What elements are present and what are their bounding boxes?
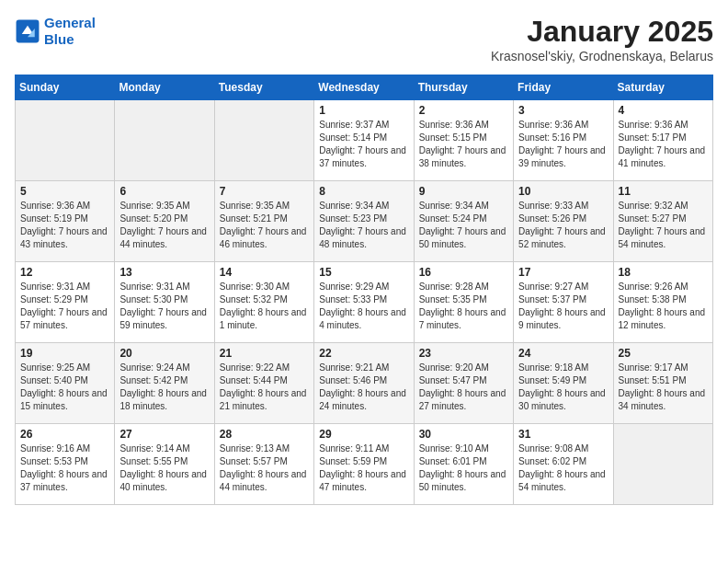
day-number: 24 [518, 347, 608, 360]
day-number: 21 [220, 347, 309, 360]
week-row-2: 5Sunrise: 9:36 AMSunset: 5:19 PMDaylight… [16, 181, 713, 262]
week-row-1: 1Sunrise: 9:37 AMSunset: 5:14 PMDaylight… [16, 100, 713, 181]
calendar-cell: 29Sunrise: 9:11 AMSunset: 5:59 PMDayligh… [314, 424, 414, 505]
calendar-cell: 17Sunrise: 9:27 AMSunset: 5:37 PMDayligh… [514, 262, 613, 343]
day-number: 19 [20, 347, 109, 360]
weekday-saturday: Saturday [613, 75, 712, 100]
calendar-cell: 1Sunrise: 9:37 AMSunset: 5:14 PMDaylight… [314, 100, 414, 181]
calendar-cell: 20Sunrise: 9:24 AMSunset: 5:42 PMDayligh… [115, 343, 214, 424]
location: Krasnosel'skiy, Grodnenskaya, Belarus [491, 49, 713, 63]
calendar-cell: 12Sunrise: 9:31 AMSunset: 5:29 PMDayligh… [16, 262, 115, 343]
day-number: 1 [319, 104, 408, 117]
calendar-cell: 19Sunrise: 9:25 AMSunset: 5:40 PMDayligh… [16, 343, 115, 424]
week-row-3: 12Sunrise: 9:31 AMSunset: 5:29 PMDayligh… [16, 262, 713, 343]
cell-info: Sunrise: 9:31 AMSunset: 5:30 PMDaylight:… [119, 281, 209, 332]
calendar-cell: 16Sunrise: 9:28 AMSunset: 5:35 PMDayligh… [414, 262, 513, 343]
calendar-cell: 28Sunrise: 9:13 AMSunset: 5:57 PMDayligh… [214, 424, 313, 505]
day-number: 3 [518, 104, 608, 117]
page-header: General Blue January 2025 Krasnosel'skiy… [15, 15, 713, 63]
cell-info: Sunrise: 9:11 AMSunset: 5:59 PMDaylight:… [319, 442, 408, 494]
day-number: 15 [319, 266, 408, 279]
day-number: 17 [518, 266, 608, 279]
calendar-cell: 8Sunrise: 9:34 AMSunset: 5:23 PMDaylight… [314, 181, 414, 262]
day-number: 6 [119, 185, 209, 198]
weekday-sunday: Sunday [16, 75, 115, 100]
day-number: 23 [419, 347, 508, 360]
weekday-thursday: Thursday [414, 75, 513, 100]
cell-info: Sunrise: 9:13 AMSunset: 5:57 PMDaylight:… [220, 442, 309, 494]
day-number: 8 [319, 185, 408, 198]
cell-info: Sunrise: 9:20 AMSunset: 5:47 PMDaylight:… [419, 362, 508, 413]
calendar-cell: 10Sunrise: 9:33 AMSunset: 5:26 PMDayligh… [514, 181, 613, 262]
calendar-cell: 18Sunrise: 9:26 AMSunset: 5:38 PMDayligh… [613, 262, 712, 343]
calendar-cell: 14Sunrise: 9:30 AMSunset: 5:32 PMDayligh… [214, 262, 313, 343]
cell-info: Sunrise: 9:33 AMSunset: 5:26 PMDaylight:… [518, 200, 608, 251]
day-number: 7 [220, 185, 309, 198]
cell-info: Sunrise: 9:31 AMSunset: 5:29 PMDaylight:… [20, 281, 109, 332]
calendar-cell: 5Sunrise: 9:36 AMSunset: 5:19 PMDaylight… [16, 181, 115, 262]
day-number: 26 [20, 428, 109, 441]
cell-info: Sunrise: 9:37 AMSunset: 5:14 PMDaylight:… [319, 119, 408, 170]
calendar-cell: 22Sunrise: 9:21 AMSunset: 5:46 PMDayligh… [314, 343, 414, 424]
calendar-cell: 6Sunrise: 9:35 AMSunset: 5:20 PMDaylight… [115, 181, 214, 262]
day-number: 22 [319, 347, 408, 360]
day-number: 18 [619, 266, 708, 279]
calendar-cell: 9Sunrise: 9:34 AMSunset: 5:24 PMDaylight… [414, 181, 513, 262]
calendar-cell: 3Sunrise: 9:36 AMSunset: 5:16 PMDaylight… [514, 100, 613, 181]
calendar-cell: 21Sunrise: 9:22 AMSunset: 5:44 PMDayligh… [214, 343, 313, 424]
calendar-cell: 2Sunrise: 9:36 AMSunset: 5:15 PMDaylight… [414, 100, 513, 181]
day-number: 12 [20, 266, 109, 279]
cell-info: Sunrise: 9:36 AMSunset: 5:17 PMDaylight:… [619, 119, 708, 170]
cell-info: Sunrise: 9:26 AMSunset: 5:38 PMDaylight:… [619, 281, 708, 332]
calendar-cell: 25Sunrise: 9:17 AMSunset: 5:51 PMDayligh… [613, 343, 712, 424]
calendar-cell: 27Sunrise: 9:14 AMSunset: 5:55 PMDayligh… [115, 424, 214, 505]
day-number: 10 [518, 185, 608, 198]
calendar-table: SundayMondayTuesdayWednesdayThursdayFrid… [15, 75, 713, 505]
day-number: 16 [419, 266, 508, 279]
week-row-5: 26Sunrise: 9:16 AMSunset: 5:53 PMDayligh… [16, 424, 713, 505]
day-number: 4 [619, 104, 708, 117]
day-number: 30 [419, 428, 508, 441]
calendar-cell: 24Sunrise: 9:18 AMSunset: 5:49 PMDayligh… [514, 343, 613, 424]
cell-info: Sunrise: 9:17 AMSunset: 5:51 PMDaylight:… [619, 362, 708, 413]
day-number: 13 [119, 266, 209, 279]
calendar-cell [214, 100, 313, 181]
cell-info: Sunrise: 9:30 AMSunset: 5:32 PMDaylight:… [220, 281, 309, 332]
day-number: 20 [119, 347, 209, 360]
calendar-cell: 23Sunrise: 9:20 AMSunset: 5:47 PMDayligh… [414, 343, 513, 424]
logo-text: General Blue [44, 15, 96, 48]
cell-info: Sunrise: 9:35 AMSunset: 5:21 PMDaylight:… [220, 200, 309, 251]
cell-info: Sunrise: 9:24 AMSunset: 5:42 PMDaylight:… [119, 362, 209, 413]
day-number: 28 [220, 428, 309, 441]
cell-info: Sunrise: 9:27 AMSunset: 5:37 PMDaylight:… [518, 281, 608, 332]
day-number: 29 [319, 428, 408, 441]
cell-info: Sunrise: 9:14 AMSunset: 5:55 PMDaylight:… [119, 442, 209, 494]
cell-info: Sunrise: 9:35 AMSunset: 5:20 PMDaylight:… [119, 200, 209, 251]
cell-info: Sunrise: 9:25 AMSunset: 5:40 PMDaylight:… [20, 362, 109, 413]
calendar-cell: 31Sunrise: 9:08 AMSunset: 6:02 PMDayligh… [514, 424, 613, 505]
cell-info: Sunrise: 9:18 AMSunset: 5:49 PMDaylight:… [518, 362, 608, 413]
cell-info: Sunrise: 9:36 AMSunset: 5:15 PMDaylight:… [419, 119, 508, 170]
cell-info: Sunrise: 9:36 AMSunset: 5:19 PMDaylight:… [20, 200, 109, 251]
calendar-cell: 13Sunrise: 9:31 AMSunset: 5:30 PMDayligh… [115, 262, 214, 343]
cell-info: Sunrise: 9:16 AMSunset: 5:53 PMDaylight:… [20, 442, 109, 494]
cell-info: Sunrise: 9:34 AMSunset: 5:23 PMDaylight:… [319, 200, 408, 251]
calendar-cell [16, 100, 115, 181]
day-number: 14 [220, 266, 309, 279]
calendar-cell [613, 424, 712, 505]
day-number: 27 [119, 428, 209, 441]
calendar-cell: 15Sunrise: 9:29 AMSunset: 5:33 PMDayligh… [314, 262, 414, 343]
month-title: January 2025 [491, 15, 713, 49]
day-number: 5 [20, 185, 109, 198]
cell-info: Sunrise: 9:08 AMSunset: 6:02 PMDaylight:… [518, 442, 608, 494]
cell-info: Sunrise: 9:28 AMSunset: 5:35 PMDaylight:… [419, 281, 508, 332]
day-number: 31 [518, 428, 608, 441]
weekday-friday: Friday [514, 75, 613, 100]
cell-info: Sunrise: 9:22 AMSunset: 5:44 PMDaylight:… [220, 362, 309, 413]
logo-icon [15, 18, 40, 44]
day-number: 11 [619, 185, 708, 198]
weekday-monday: Monday [115, 75, 214, 100]
calendar-cell: 30Sunrise: 9:10 AMSunset: 6:01 PMDayligh… [414, 424, 513, 505]
cell-info: Sunrise: 9:34 AMSunset: 5:24 PMDaylight:… [419, 200, 508, 251]
cell-info: Sunrise: 9:29 AMSunset: 5:33 PMDaylight:… [319, 281, 408, 332]
